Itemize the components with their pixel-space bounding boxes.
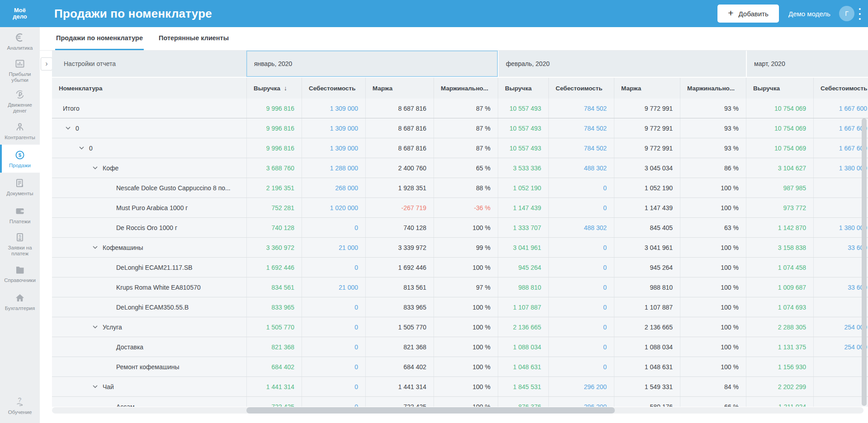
- sidebar-item-sales[interactable]: $Продажи: [0, 145, 40, 173]
- value-cell: 97 %: [434, 277, 498, 297]
- value-cell: 3 104 627: [746, 158, 813, 178]
- sidebar-item-payments[interactable]: Платежи: [0, 201, 40, 229]
- top-bar: Моё дело Продажи по номенклатуре + Добав…: [0, 0, 868, 27]
- column-header[interactable]: Себестоимость: [548, 78, 614, 99]
- month-header-cell[interactable]: март, 2020: [746, 51, 868, 77]
- settings-panel-toggle[interactable]: ›: [41, 57, 52, 70]
- value-cell: 1 692 446: [246, 258, 302, 277]
- sidebar-item-counterparties[interactable]: Контрагенты: [0, 117, 40, 145]
- chevron-down-icon[interactable]: [79, 146, 84, 150]
- nomenclature-cell[interactable]: Кофе: [52, 158, 246, 178]
- tab[interactable]: Потерянные клиенты: [158, 27, 230, 50]
- value-cell: 1 048 631: [614, 357, 680, 376]
- value-cell: 100 %: [434, 218, 498, 237]
- directories-icon: [14, 264, 25, 275]
- nomenclature-label: Nescafe Dolce Gusto Cappuccino 8 по...: [116, 184, 231, 192]
- value-cell: 0: [302, 218, 365, 237]
- value-cell: 1 147 439: [498, 198, 548, 217]
- value-cell: 100 %: [434, 357, 498, 376]
- column-header[interactable]: Номенклатура: [52, 78, 246, 99]
- page-title: Продажи по номенклатуре: [54, 0, 212, 27]
- report-settings-cell[interactable]: Настройки отчета: [52, 51, 246, 77]
- nomenclature-label: Krups Roma White EA810570: [116, 284, 201, 291]
- value-cell: 100 %: [434, 377, 498, 396]
- column-header[interactable]: Выручка: [498, 78, 548, 99]
- value-cell: 821 368: [246, 337, 302, 357]
- sort-descending-icon[interactable]: ↓: [284, 85, 287, 92]
- nomenclature-cell[interactable]: 0: [52, 118, 246, 138]
- value-cell: 10 754 069: [746, 118, 813, 138]
- chevron-down-icon[interactable]: [93, 166, 98, 169]
- sidebar: АналитикаПрибыли убыткиДвижение денегКон…: [0, 27, 40, 423]
- chevron-down-icon[interactable]: [93, 325, 98, 329]
- chevron-down-icon[interactable]: [93, 246, 98, 249]
- nomenclature-cell: De Roccis Oro 1000 г: [52, 218, 246, 237]
- sidebar-item-profit-loss[interactable]: Прибыли убытки: [0, 55, 40, 86]
- sidebar-item-documents[interactable]: Документы: [0, 173, 40, 201]
- value-cell: 100 %: [434, 337, 498, 357]
- horizontal-scrollbar-track[interactable]: [52, 407, 863, 414]
- value-cell: 99 %: [434, 238, 498, 257]
- add-button[interactable]: + Добавить: [717, 5, 779, 23]
- sidebar-item-analytics[interactable]: Аналитика: [0, 27, 40, 55]
- value-cell: 580 176: [614, 397, 680, 407]
- chevron-right-icon: ›: [45, 60, 47, 68]
- profit-loss-icon: [14, 58, 25, 69]
- app-logo[interactable]: Моё дело: [0, 0, 40, 27]
- value-cell: 684 402: [365, 357, 434, 376]
- column-header[interactable]: Себестоимость: [302, 78, 365, 99]
- value-cell: 0: [302, 337, 365, 357]
- sidebar-item-directories[interactable]: Справочники: [0, 259, 40, 287]
- column-header[interactable]: Маржинально...: [434, 78, 498, 99]
- sidebar-item-training[interactable]: ?Обучение: [0, 391, 40, 419]
- tab[interactable]: Продажи по номенклатуре: [55, 27, 144, 50]
- sidebar-item-label: Аналитика: [1, 45, 38, 51]
- month-header-cell[interactable]: февраль, 2020: [498, 51, 746, 77]
- column-header[interactable]: Выручка: [746, 78, 813, 99]
- chevron-down-icon[interactable]: [66, 127, 71, 130]
- nomenclature-cell[interactable]: Чай: [52, 377, 246, 396]
- value-cell: 3 339 972: [365, 238, 434, 257]
- nomenclature-cell[interactable]: 0: [52, 138, 246, 158]
- column-header-label: Номенклатура: [59, 85, 103, 92]
- column-header[interactable]: Маржинально...: [680, 78, 746, 99]
- value-cell: 21 000: [302, 277, 365, 297]
- value-cell: 834 561: [246, 277, 302, 297]
- nomenclature-cell[interactable]: Кофемашины: [52, 238, 246, 257]
- table-row: Krups Roma White EA810570834 56121 00081…: [52, 277, 868, 297]
- nomenclature-cell[interactable]: Услуга: [52, 317, 246, 337]
- column-header[interactable]: Маржа: [365, 78, 434, 99]
- value-cell: 1 142 870: [746, 218, 813, 237]
- sidebar-item-label: Продажи: [1, 163, 38, 169]
- table-row: Кофемашины3 360 97221 0003 339 97299 %3 …: [52, 238, 868, 258]
- user-name[interactable]: Демо модель: [788, 0, 830, 27]
- sidebar-item-label: Бухгалтерия: [1, 306, 38, 311]
- month-header-cell[interactable]: январь, 2020: [246, 51, 498, 77]
- month-header-row: Настройки отчета январь, 2020февраль, 20…: [52, 51, 868, 77]
- value-cell: 8 687 816: [365, 138, 434, 158]
- avatar[interactable]: Г: [839, 6, 854, 21]
- sidebar-item-accounting[interactable]: Бухгалтерия: [0, 287, 40, 315]
- sidebar-item-payment-requests[interactable]: SЗаявки на платеж: [0, 229, 40, 259]
- value-cell: 296 200: [548, 397, 614, 407]
- value-cell: 821 368: [365, 337, 434, 357]
- value-cell: 1 020 000: [302, 198, 365, 217]
- value-cell: [813, 258, 868, 277]
- column-header[interactable]: Маржа: [614, 78, 680, 99]
- sidebar-item-cash-flow[interactable]: Движение денег: [0, 86, 40, 117]
- kebab-menu-icon[interactable]: [859, 8, 861, 20]
- value-cell: 100 %: [434, 258, 498, 277]
- chevron-down-icon[interactable]: [93, 385, 98, 388]
- vertical-scrollbar-thumb[interactable]: [862, 118, 867, 406]
- column-header[interactable]: Выручка↓: [246, 78, 302, 99]
- add-button-label: Добавить: [738, 10, 768, 18]
- value-cell: 1 288 000: [302, 158, 365, 178]
- horizontal-scrollbar-thumb[interactable]: [246, 407, 615, 414]
- nomenclature-label: Кофе: [103, 164, 118, 172]
- value-cell: 3 533 336: [498, 158, 548, 178]
- value-cell: 33 600: [813, 277, 868, 297]
- column-header[interactable]: Себестоимость: [813, 78, 868, 99]
- sidebar-item-label: Заявки на платеж: [1, 245, 38, 257]
- value-cell: 833 965: [246, 297, 302, 317]
- value-cell: 1 505 770: [246, 317, 302, 337]
